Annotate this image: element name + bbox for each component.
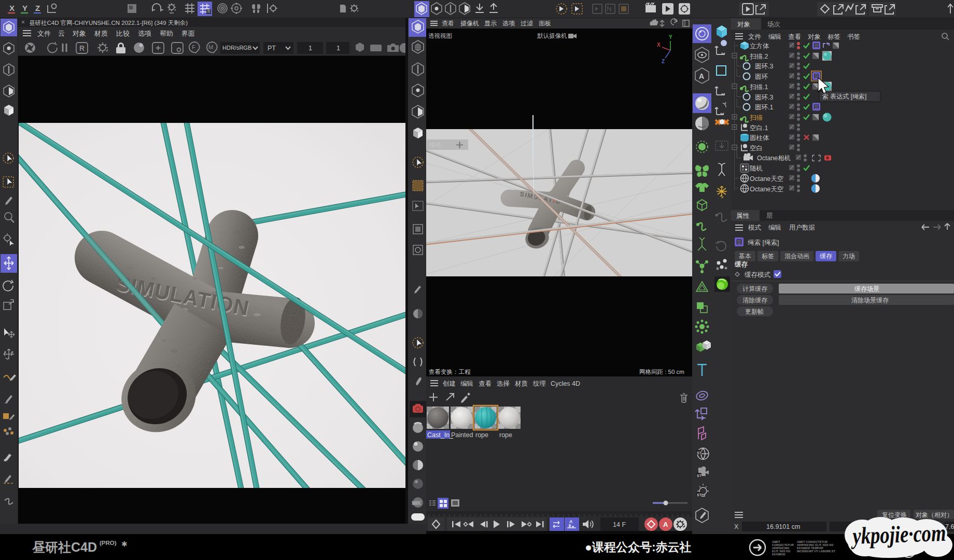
- svg-text:Y: Y: [22, 4, 27, 12]
- svg-text:Cycles 4D: Cycles 4D: [551, 380, 580, 387]
- svg-text:Painted: Painted: [451, 431, 473, 439]
- svg-text:标签: 标签: [762, 253, 774, 260]
- svg-text:ST: ST: [697, 451, 702, 455]
- svg-text:查看: 查看: [788, 33, 801, 40]
- svg-text:R: R: [79, 44, 85, 52]
- svg-text:Octane天空: Octane天空: [750, 186, 783, 193]
- svg-text:混合动画: 混合动画: [784, 253, 809, 260]
- svg-text:更新帧: 更新帧: [745, 308, 764, 315]
- svg-text:14 F: 14 F: [613, 521, 626, 528]
- svg-text:Z: Z: [35, 4, 40, 12]
- svg-text:ST: ST: [697, 474, 702, 478]
- svg-text:Octane相机: Octane相机: [757, 155, 791, 162]
- svg-text:ykpojie·com: ykpojie·com: [850, 520, 947, 549]
- svg-text:索 表达式 [绳索]: 索 表达式 [绳索]: [822, 93, 866, 100]
- svg-text:材质: 材质: [514, 380, 528, 387]
- svg-text:缓存: 缓存: [734, 261, 748, 268]
- svg-text:过滤: 过滤: [521, 20, 533, 27]
- svg-text:A: A: [569, 519, 573, 524]
- svg-text:创建: 创建: [442, 380, 456, 387]
- svg-text:空白.1: 空白.1: [750, 124, 768, 132]
- svg-text:模式: 模式: [748, 224, 762, 231]
- svg-text:缓存模式: 缓存模式: [745, 271, 771, 278]
- svg-text:清除缓存: 清除缓存: [742, 297, 767, 304]
- svg-text:随机: 随机: [750, 165, 763, 172]
- svg-text:圆环.1: 圆环.1: [755, 104, 773, 111]
- svg-text:缓存: 缓存: [820, 253, 832, 260]
- svg-text:扫描.2: 扫描.2: [750, 53, 768, 60]
- svg-text:Octane天空: Octane天空: [750, 175, 783, 183]
- svg-text:MIX: MIX: [412, 500, 420, 506]
- svg-text:Y: Y: [669, 34, 672, 40]
- svg-text:缓存场景: 缓存场景: [854, 285, 879, 292]
- svg-text:扫描: 扫描: [750, 114, 763, 121]
- svg-text:扫描.1: 扫描.1: [750, 83, 768, 91]
- svg-text:选择: 选择: [497, 380, 510, 387]
- svg-text:选项: 选项: [502, 20, 515, 27]
- svg-text:标签: 标签: [827, 33, 840, 40]
- svg-text:X: X: [734, 523, 739, 530]
- svg-text:M: M: [208, 44, 213, 50]
- svg-text:编辑: 编辑: [460, 380, 473, 387]
- svg-text:圆环: 圆环: [755, 73, 768, 80]
- svg-text:纹理: 纹理: [533, 380, 546, 387]
- svg-text:ST: ST: [697, 493, 702, 497]
- svg-text:空白: 空白: [750, 145, 763, 152]
- svg-text:1: 1: [308, 45, 312, 52]
- svg-text:Cast_In_: Cast_In_: [427, 431, 454, 439]
- svg-text:立方体: 立方体: [750, 43, 769, 50]
- svg-text:查看: 查看: [442, 20, 454, 27]
- svg-text:圆环.3: 圆环.3: [755, 63, 773, 70]
- svg-text:清除场景缓存: 清除场景缓存: [851, 297, 889, 304]
- svg-text:编辑: 编辑: [768, 33, 781, 40]
- svg-text:PT: PT: [268, 45, 276, 52]
- svg-text:rope: rope: [499, 431, 512, 439]
- svg-text:16.9101 cm: 16.9101 cm: [766, 523, 800, 530]
- svg-text:X: X: [9, 4, 15, 12]
- svg-text:摄像机: 摄像机: [460, 20, 479, 27]
- svg-text:Z: Z: [662, 59, 665, 64]
- svg-text:rope: rope: [475, 431, 488, 439]
- svg-text:圆柱体: 圆柱体: [750, 134, 769, 142]
- svg-text:圆环.3: 圆环.3: [755, 94, 773, 101]
- svg-text:基本: 基本: [739, 253, 751, 260]
- svg-text:HDR/sRGB: HDR/sRGB: [222, 45, 251, 51]
- svg-text:力场: 力场: [843, 253, 855, 260]
- svg-text:书签: 书签: [847, 33, 860, 40]
- svg-text:1: 1: [336, 45, 340, 52]
- svg-text:对象: 对象: [808, 33, 821, 40]
- svg-text:显示: 显示: [484, 20, 497, 27]
- svg-text:文件: 文件: [748, 33, 762, 40]
- svg-text:查看: 查看: [479, 380, 492, 387]
- svg-text:F: F: [192, 44, 195, 50]
- svg-text:用户数据: 用户数据: [789, 224, 815, 231]
- svg-text:A: A: [663, 521, 668, 528]
- svg-text:绳索 [绳索]: 绳索 [绳索]: [748, 239, 779, 246]
- svg-text:计算缓存: 计算缓存: [742, 285, 767, 292]
- svg-text:X: X: [657, 42, 661, 48]
- svg-text:编辑: 编辑: [768, 224, 781, 231]
- svg-text:A: A: [699, 72, 704, 80]
- svg-text:面板: 面板: [539, 20, 551, 27]
